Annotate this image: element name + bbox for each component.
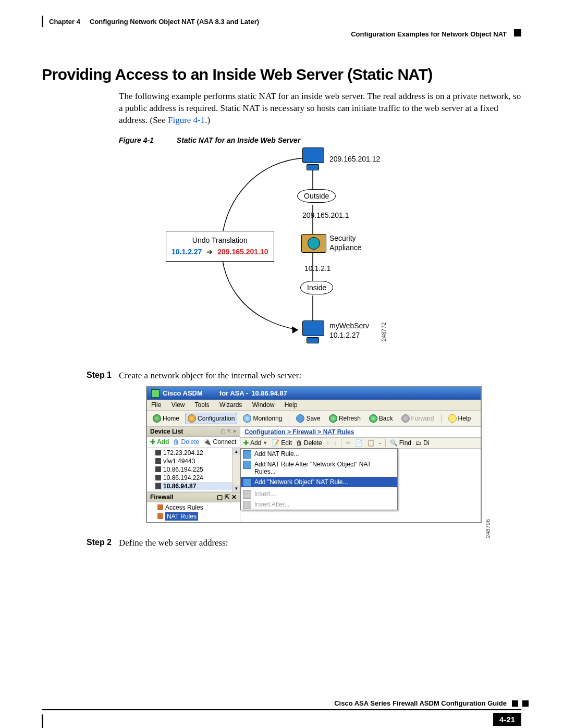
toolbar-home[interactable]: Home bbox=[150, 413, 182, 424]
toolbar-monitoring[interactable]: Monitoring bbox=[240, 413, 285, 424]
pane-controls[interactable]: ▢ ⇱ ✕ bbox=[217, 493, 237, 501]
refresh-icon bbox=[329, 414, 337, 423]
delete-device-button[interactable]: 🗑 Delete bbox=[173, 438, 199, 446]
asdm-title-ip: 10.86.94.87 bbox=[251, 389, 287, 397]
device-list-title: Device List ▢ ⇱ ✕ bbox=[147, 427, 240, 437]
translation-dest-ip: 209.165.201.10 bbox=[217, 248, 268, 256]
menu-tools[interactable]: Tools bbox=[195, 401, 210, 409]
insert-icon bbox=[243, 501, 251, 509]
menu-help[interactable]: Help bbox=[285, 401, 298, 409]
asdm-app-icon bbox=[151, 389, 160, 398]
scroll-up-icon[interactable]: ▴ bbox=[232, 448, 240, 455]
figure-caption: Figure 4-1 Static NAT for an Inside Web … bbox=[42, 136, 521, 144]
intro-tail: .) bbox=[205, 115, 210, 125]
firewall-item-nat[interactable]: NAT Rules bbox=[157, 512, 237, 521]
rule-icon bbox=[243, 478, 251, 487]
back-icon bbox=[369, 414, 377, 423]
external-host-icon bbox=[302, 147, 323, 169]
page-footer: Cisco ASA Series Firewall ASDM Configura… bbox=[42, 699, 521, 710]
firewall-pane-title: Firewall ▢ ⇱ ✕ bbox=[147, 492, 240, 502]
external-host-ip: 209.165.201.12 bbox=[329, 155, 380, 163]
asdm-title-prefix: Cisco ASDM bbox=[163, 389, 203, 397]
paste-icon[interactable]: 📋 bbox=[367, 439, 375, 447]
add-device-button[interactable]: ✚ Add bbox=[150, 438, 169, 446]
figure-title: Static NAT for an Inside Web Server bbox=[177, 136, 301, 144]
scroll-down-icon[interactable]: ▾ bbox=[232, 485, 240, 492]
menu-file[interactable]: File bbox=[151, 401, 161, 409]
scrollbar[interactable]: ▴ ▾ bbox=[232, 448, 240, 492]
figure-link[interactable]: Figure 4-1 bbox=[168, 115, 205, 125]
footer-rule bbox=[42, 709, 521, 710]
undo-title: Undo Translation bbox=[172, 235, 268, 246]
pane-controls[interactable]: ▢ ⇱ ✕ bbox=[221, 428, 237, 434]
translation-box: Undo Translation 10.1.2.27 ➔ 209.165.201… bbox=[166, 231, 274, 262]
device-item[interactable]: 10.86.194.224 bbox=[155, 474, 240, 482]
delete-rule-button[interactable]: 🗑 Delete bbox=[296, 439, 322, 447]
find-button[interactable]: 🔍 Find bbox=[390, 439, 411, 447]
page-header: Chapter 4 Configuring Network Object NAT… bbox=[42, 15, 521, 36]
move-down-icon[interactable]: ↓ bbox=[334, 439, 337, 447]
move-up-icon[interactable]: ↑ bbox=[326, 439, 329, 447]
toolbar-forward[interactable]: Forward bbox=[399, 413, 437, 424]
chapter-number: Chapter 4 bbox=[49, 18, 80, 26]
footer-guide-title: Cisco ASA Series Firewall ASDM Configura… bbox=[42, 699, 521, 707]
footer-block-icon bbox=[522, 700, 529, 707]
breadcrumb[interactable]: Configuration > Firewall > NAT Rules bbox=[240, 427, 481, 438]
header-section: Configuration Examples for Network Objec… bbox=[351, 30, 507, 38]
toolbar-back[interactable]: Back bbox=[366, 413, 396, 424]
page-number: 4-21 bbox=[493, 713, 521, 726]
menu-add-network-object-nat[interactable]: Add "Network Object" NAT Rule... bbox=[241, 477, 397, 487]
toolbar-help[interactable]: Help bbox=[446, 413, 474, 424]
edit-rule-button[interactable]: 📝 Edit bbox=[272, 439, 292, 447]
menu-add-nat-rule[interactable]: Add NAT Rule... bbox=[241, 449, 397, 459]
rules-icon bbox=[157, 513, 163, 519]
outside-gateway-ip: 209.165.201.1 bbox=[302, 211, 349, 219]
host-icon bbox=[155, 458, 161, 464]
device-item[interactable]: 10.86.194.225 bbox=[155, 465, 240, 474]
host-icon bbox=[155, 450, 161, 455]
asdm-title-mid: for ASA - bbox=[219, 389, 248, 397]
menu-wizards[interactable]: Wizards bbox=[219, 401, 242, 409]
toolbar-save[interactable]: Save bbox=[293, 413, 323, 424]
host-icon bbox=[155, 483, 161, 489]
firewall-item-access[interactable]: Access Rules bbox=[157, 503, 237, 512]
appliance-label-1: Security bbox=[329, 234, 356, 242]
toolbar-refresh[interactable]: Refresh bbox=[326, 413, 363, 424]
inside-gateway-ip: 10.1.2.1 bbox=[304, 264, 331, 273]
device-list: 172.23.204.12 vfw1:49443 10.86.194.225 1… bbox=[147, 448, 240, 492]
web-server-name: myWebServ bbox=[329, 322, 369, 330]
help-icon bbox=[448, 414, 457, 423]
toolbar-configuration[interactable]: Configuration bbox=[185, 413, 237, 424]
menu-add-nat-rule-after[interactable]: Add NAT Rule After "Network Object" NAT … bbox=[241, 459, 397, 477]
arrow-icon: ➔ bbox=[204, 246, 215, 257]
forward-icon bbox=[401, 414, 410, 423]
add-rule-button[interactable]: ✚ Add ▼ bbox=[243, 439, 267, 447]
menu-view[interactable]: View bbox=[172, 401, 185, 409]
step-2-text: Define the web server address: bbox=[119, 538, 228, 548]
asdm-titlebar: Cisco ASDM for ASA - 10.86.94.87 bbox=[147, 387, 481, 400]
copy-icon[interactable]: 📄 bbox=[355, 439, 363, 447]
header-left: Chapter 4 Configuring Network Object NAT… bbox=[42, 18, 259, 26]
footer-block-icon bbox=[512, 700, 518, 707]
device-item-selected[interactable]: 10.86.94.87 bbox=[155, 482, 240, 490]
rule-icon bbox=[243, 450, 251, 459]
step-2-label: Step 2 bbox=[87, 538, 119, 547]
menu-insert: Insert... bbox=[241, 489, 397, 499]
firewall-list: Access Rules NAT Rules bbox=[147, 502, 240, 522]
svg-marker-4 bbox=[292, 326, 298, 334]
dropdown-icon: ▼ bbox=[263, 440, 267, 446]
rules-icon bbox=[157, 504, 163, 510]
cut-icon[interactable]: ✂ bbox=[346, 439, 351, 447]
step-1-row: Step 1 Create a network object for the i… bbox=[42, 371, 521, 381]
device-item[interactable]: 172.23.204.12 bbox=[155, 449, 240, 457]
diagram-button[interactable]: 🗂 Di bbox=[415, 439, 429, 447]
device-list-toolbar: ✚ Add 🗑 Delete 🔌 Connect bbox=[147, 437, 240, 448]
step-1-text: Create a network object for the internal… bbox=[119, 371, 301, 381]
device-item[interactable]: vfw1:49443 bbox=[155, 457, 240, 465]
figure-number: Figure 4-1 bbox=[119, 136, 175, 144]
connect-button[interactable]: 🔌 Connect bbox=[203, 438, 236, 446]
rule-icon bbox=[243, 461, 251, 469]
figure-id: 248772 bbox=[381, 322, 387, 341]
save-icon bbox=[296, 414, 304, 423]
menu-window[interactable]: Window bbox=[252, 401, 275, 409]
